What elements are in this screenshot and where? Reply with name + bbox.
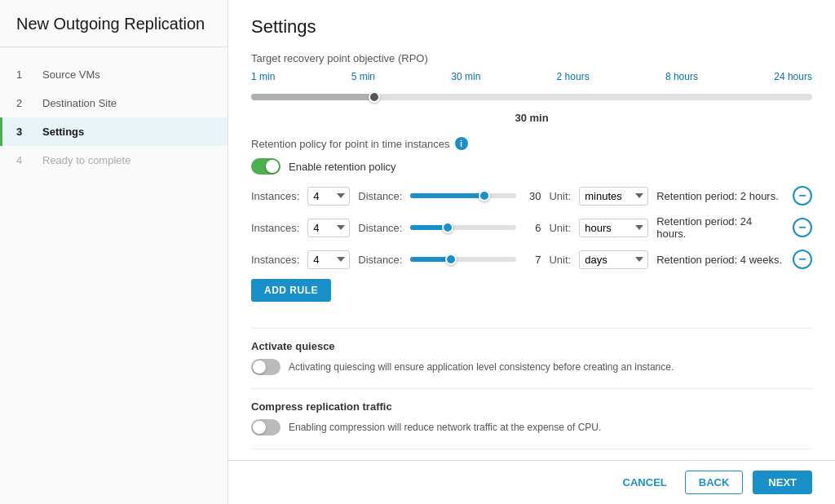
rpo-track-container: 1 min 5 min 30 min 2 hours 8 hours 24 ho…	[251, 71, 812, 124]
unit-select-3[interactable]: daysminuteshours	[579, 250, 648, 269]
remove-rule-2[interactable]: −	[793, 218, 812, 237]
distance-value-2: 6	[524, 222, 541, 234]
compress-toggle-thumb	[253, 421, 266, 434]
instances-select-3[interactable]: 41235	[307, 250, 350, 269]
rpo-slider[interactable]	[251, 86, 812, 108]
footer: CANCEL BACK NEXT	[228, 460, 835, 504]
compress-toggle[interactable]	[251, 419, 281, 435]
divider-2	[251, 388, 812, 389]
rule-row-2: Instances: 41235 Distance: 6 Unit: hours…	[251, 215, 812, 240]
distance-thumb-1	[479, 190, 490, 201]
rpo-thumb	[369, 91, 380, 103]
distance-thumb-2	[442, 222, 453, 233]
step-num-3: 3	[16, 126, 34, 138]
distance-slider-3[interactable]	[410, 257, 516, 262]
rpo-label: Target recovery point objective (RPO)	[251, 52, 812, 64]
retention-toggle-thumb	[266, 160, 279, 173]
sidebar-step-2[interactable]: 2 Destination Site	[0, 89, 228, 117]
unit-select-1[interactable]: minuteshoursdays	[579, 187, 648, 206]
rule-row-1: Instances: 41235 Distance: 30 Unit: minu…	[251, 186, 812, 206]
compress-title: Compress replication traffic	[251, 400, 812, 413]
distance-label-3: Distance:	[358, 254, 402, 266]
distance-value-3: 7	[524, 254, 541, 266]
instances-select-2[interactable]: 41235	[307, 219, 350, 237]
retention-toggle[interactable]	[251, 158, 281, 175]
rpo-mark-5min: 5 min	[351, 71, 375, 82]
remove-rule-3[interactable]: −	[793, 250, 812, 269]
quiesce-toggle[interactable]	[251, 359, 281, 375]
quiesce-toggle-row: Activating quiescing will ensure applica…	[251, 359, 812, 375]
distance-value-1: 30	[524, 190, 541, 202]
distance-fill-1	[410, 193, 484, 198]
retention-section: Retention policy for point in time insta…	[251, 137, 812, 316]
sidebar-steps: 1 Source VMs 2 Destination Site 3 Settin…	[0, 47, 228, 188]
add-rule-button[interactable]: ADD RULE	[251, 279, 331, 302]
distance-label-1: Distance:	[358, 190, 402, 202]
sidebar-title: New Outgoing Replication	[0, 0, 228, 47]
rpo-mark-24hours: 24 hours	[774, 71, 812, 82]
quiesce-section: Activate quiesce Activating quiescing wi…	[251, 340, 812, 375]
sidebar-step-1[interactable]: 1 Source VMs	[0, 60, 228, 89]
instances-label-3: Instances:	[251, 254, 299, 266]
rule-row-3: Instances: 41235 Distance: 7 Unit: daysm…	[251, 250, 812, 269]
unit-label-2: Unit:	[549, 222, 571, 234]
sidebar-step-4: 4 Ready to complete	[0, 146, 228, 175]
retention-label: Retention policy for point in time insta…	[251, 138, 450, 150]
sidebar-step-3[interactable]: 3 Settings	[0, 117, 228, 146]
quiesce-title: Activate quiesce	[251, 340, 812, 352]
next-button[interactable]: NEXT	[753, 471, 812, 494]
main-content: Settings Target recovery point objective…	[228, 0, 835, 504]
page-title: Settings	[251, 16, 812, 38]
unit-label-3: Unit:	[549, 254, 571, 266]
compress-section: Compress replication traffic Enabling co…	[251, 400, 812, 435]
rpo-mark-8hours: 8 hours	[665, 71, 698, 82]
remove-rule-1[interactable]: −	[793, 186, 812, 206]
compress-desc: Enabling compression will reduce network…	[289, 422, 601, 433]
distance-label-2: Distance:	[358, 222, 402, 234]
retention-toggle-row: Enable retention policy	[251, 158, 812, 175]
rpo-mark-1min: 1 min	[251, 71, 275, 82]
quiesce-desc: Activating quiescing will ensure applica…	[289, 361, 674, 373]
instances-label-1: Instances:	[251, 190, 299, 202]
step-num-2: 2	[16, 97, 34, 109]
compress-toggle-row: Enabling compression will reduce network…	[251, 419, 812, 435]
rpo-value: 30 min	[251, 112, 812, 124]
rpo-mark-2hours: 2 hours	[557, 71, 590, 82]
retention-header: Retention policy for point in time insta…	[251, 137, 812, 150]
rpo-fill	[251, 94, 374, 100]
distance-slider-2[interactable]	[410, 225, 516, 230]
back-button[interactable]: BACK	[685, 471, 744, 494]
rpo-mark-30min: 30 min	[451, 71, 480, 82]
step-label-1: Source VMs	[42, 69, 100, 81]
divider-3	[251, 449, 812, 449]
info-icon[interactable]: i	[455, 137, 468, 150]
distance-thumb-3	[445, 254, 457, 265]
step-num-1: 1	[16, 69, 34, 81]
cancel-button[interactable]: CANCEL	[615, 471, 675, 493]
divider-1	[251, 328, 812, 329]
retention-toggle-label: Enable retention policy	[289, 161, 396, 173]
sidebar: New Outgoing Replication 1 Source VMs 2 …	[0, 0, 228, 504]
instances-label-2: Instances:	[251, 222, 299, 234]
step-num-4: 4	[16, 154, 34, 166]
rpo-section: Target recovery point objective (RPO) 1 …	[251, 52, 812, 124]
distance-slider-1[interactable]	[410, 193, 516, 198]
step-label-2: Destination Site	[42, 97, 117, 109]
quiesce-toggle-thumb	[253, 360, 266, 374]
step-label-3: Settings	[42, 126, 84, 138]
unit-select-2[interactable]: hoursminutesdays	[579, 219, 648, 237]
retention-result-1: Retention period: 2 hours.	[656, 190, 784, 202]
rpo-track	[251, 94, 812, 100]
rpo-labels: 1 min 5 min 30 min 2 hours 8 hours 24 ho…	[251, 71, 812, 82]
retention-result-3: Retention period: 4 weeks.	[656, 254, 784, 266]
step-label-4: Ready to complete	[42, 154, 130, 166]
unit-label-1: Unit:	[549, 190, 571, 202]
content-area: Settings Target recovery point objective…	[228, 0, 835, 460]
instances-select-1[interactable]: 41235	[307, 187, 350, 206]
retention-result-2: Retention period: 24 hours.	[656, 215, 784, 240]
